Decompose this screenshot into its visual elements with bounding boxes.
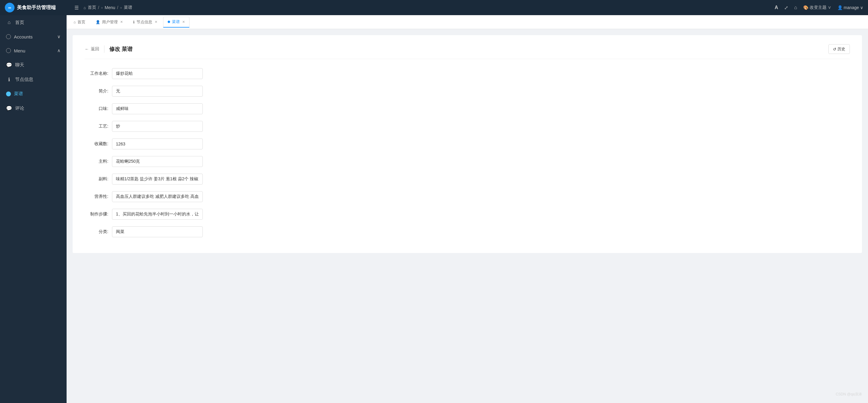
tab-user-icon: 👤 [96, 20, 100, 24]
breadcrumb-menu[interactable]: Menu [105, 5, 115, 10]
tab-node-info[interactable]: ℹ 节点信息 ✕ [129, 17, 162, 28]
topbar-actions: A ⤢ ⌂ 🎨 改变主题 ∨ 👤 manage ∨ [774, 5, 863, 10]
logo-icon: ∞ [5, 3, 14, 12]
sidebar-item-menu[interactable]: Menu ∧ [0, 44, 67, 58]
tab-node-close[interactable]: ✕ [155, 20, 157, 24]
sidebar-chat-label: 聊天 [15, 62, 24, 68]
info-icon: ℹ [6, 76, 12, 82]
history-label: 历史 [837, 46, 845, 52]
form-header-left: ← 返回 修改 菜谱 [85, 46, 132, 53]
sidebar-item-node-info[interactable]: ℹ 节点信息 [0, 72, 67, 87]
tab-user-management-label: 用户管理 [102, 20, 118, 25]
fullscreen-icon: ⤢ [784, 5, 788, 10]
form-row-category: 分类: [85, 226, 850, 237]
history-button[interactable]: ↺ 历史 [828, 44, 850, 54]
sidebar-node-info-label: 节点信息 [15, 77, 33, 82]
form-fields: 工作名称:简介:口味:工艺:收藏数:主料:副料:营养性:制作步骤:分类: [85, 68, 850, 237]
form-row-technique: 工艺: [85, 121, 850, 132]
app-logo: ∞ 美食助手坊管理端 [5, 3, 71, 12]
breadcrumb-home[interactable]: 首页 [88, 5, 96, 10]
topbar-breadcrumb: ☰ ⌂ 首页 / ○ Menu / ○ 菜谱 [71, 5, 774, 10]
tab-home-label: 首页 [78, 20, 85, 25]
sidebar-item-comment[interactable]: 💬 评论 [0, 101, 67, 115]
label-steps: 制作步骤: [85, 211, 112, 217]
form-row-nutrition: 营养性: [85, 191, 850, 202]
breadcrumb-recipe[interactable]: 菜谱 [124, 5, 132, 10]
input-category[interactable] [112, 226, 203, 237]
comment-icon: 💬 [6, 105, 12, 111]
home-icon: ⌂ [794, 5, 797, 10]
tab-recipe-close[interactable]: ✕ [182, 20, 185, 24]
label-category: 分类: [85, 229, 112, 234]
theme-label: 改变主题 ∨ [810, 5, 831, 10]
chat-icon: 💬 [6, 62, 12, 68]
app-title: 美食助手坊管理端 [17, 4, 56, 11]
input-main-ingredient[interactable] [112, 156, 203, 167]
sidebar-item-home[interactable]: ⌂ 首页 [0, 15, 67, 30]
sidebar-item-chat[interactable]: 💬 聊天 [0, 58, 67, 72]
form-row-steps: 制作步骤: [85, 209, 850, 220]
sidebar-accounts-label: Accounts [14, 34, 33, 39]
tab-home-icon: ⌂ [73, 20, 76, 24]
accounts-chevron-down-icon: ∨ [57, 34, 61, 39]
breadcrumb-home-icon: ⌂ [84, 5, 86, 10]
sidebar-recipe-label: 菜谱 [14, 91, 23, 97]
form-row-taste: 口味: [85, 103, 850, 114]
tab-user-close[interactable]: ✕ [120, 20, 123, 24]
label-work-name: 工作名称: [85, 71, 112, 76]
input-nutrition[interactable] [112, 191, 203, 202]
home-sidebar-icon: ⌂ [6, 20, 12, 25]
tab-home[interactable]: ⌂ 首页 [69, 17, 90, 28]
form-row-side-ingredient: 副料: [85, 174, 850, 184]
label-nutrition: 营养性: [85, 194, 112, 199]
tab-recipe-dot [168, 21, 170, 23]
recipe-circle-icon [6, 91, 11, 96]
breadcrumb-circle-icon: ○ [101, 6, 103, 9]
sidebar-comment-label: 评论 [15, 106, 24, 111]
label-technique: 工艺: [85, 124, 112, 129]
watermark: CSDN @qa浪涛 [836, 392, 862, 397]
form-header: ← 返回 修改 菜谱 ↺ 历史 [85, 44, 850, 59]
label-brief: 简介: [85, 88, 112, 94]
sidebar-home-label: 首页 [15, 20, 24, 25]
main-layout: ⌂ 首页 Accounts ∨ Menu ∧ 💬 聊天 ℹ 节点信息 [0, 15, 868, 403]
tab-bar: ⌂ 首页 👤 用户管理 ✕ ℹ 节点信息 ✕ 菜谱 ✕ [67, 15, 868, 29]
input-taste[interactable] [112, 103, 203, 114]
history-icon: ↺ [833, 47, 836, 52]
input-side-ingredient[interactable] [112, 174, 203, 184]
fullscreen-button[interactable]: ⤢ [784, 5, 788, 10]
font-icon: A [774, 5, 778, 10]
sidebar-item-recipe[interactable]: 菜谱 [0, 87, 67, 101]
back-button[interactable]: ← 返回 [85, 46, 99, 52]
user-icon: 👤 [837, 5, 843, 10]
input-technique[interactable] [112, 121, 203, 132]
accounts-circle-icon [6, 34, 11, 39]
content-area: ⌂ 首页 👤 用户管理 ✕ ℹ 节点信息 ✕ 菜谱 ✕ [67, 15, 868, 403]
tab-info-icon: ℹ [133, 20, 135, 24]
back-arrow-icon: ← [85, 47, 89, 52]
input-brief[interactable] [112, 86, 203, 97]
tab-user-management[interactable]: 👤 用户管理 ✕ [91, 17, 127, 28]
sidebar: ⌂ 首页 Accounts ∨ Menu ∧ 💬 聊天 ℹ 节点信息 [0, 15, 67, 403]
input-steps[interactable] [112, 209, 203, 220]
sidebar-menu-label: Menu [14, 48, 25, 53]
input-work-name[interactable] [112, 68, 203, 79]
input-favorites[interactable] [112, 139, 203, 149]
hamburger-icon[interactable]: ☰ [74, 5, 79, 10]
label-side-ingredient: 副料: [85, 176, 112, 182]
form-row-work-name: 工作名称: [85, 68, 850, 79]
menu-circle-icon [6, 48, 11, 53]
sidebar-item-accounts[interactable]: Accounts ∨ [0, 30, 67, 44]
form-title: 修改 菜谱 [104, 46, 132, 53]
form-container: ← 返回 修改 菜谱 ↺ 历史 工作名称:简介:口味:工艺:收藏数:主料:副料:… [73, 35, 862, 253]
theme-button[interactable]: 🎨 改变主题 ∨ [803, 5, 831, 10]
tab-recipe-label: 菜谱 [172, 19, 180, 25]
user-menu[interactable]: 👤 manage ∨ [837, 5, 863, 10]
home-button[interactable]: ⌂ [794, 5, 797, 10]
font-button[interactable]: A [774, 5, 778, 10]
tab-recipe[interactable]: 菜谱 ✕ [163, 17, 189, 28]
page-content: ← 返回 修改 菜谱 ↺ 历史 工作名称:简介:口味:工艺:收藏数:主料:副料:… [67, 29, 868, 403]
form-row-brief: 简介: [85, 86, 850, 97]
label-main-ingredient: 主料: [85, 159, 112, 164]
back-label: 返回 [91, 46, 99, 52]
